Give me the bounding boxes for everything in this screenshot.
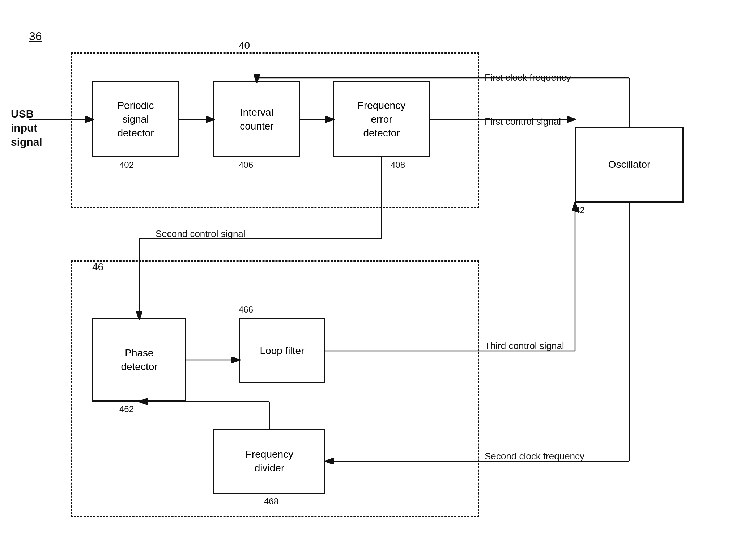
- phase-detector-block: Phasedetector: [92, 318, 186, 402]
- interval-counter-block: Intervalcounter: [213, 81, 300, 157]
- usb-input-label: USBinputsignal: [11, 107, 42, 149]
- interval-counter-label: Intervalcounter: [240, 106, 273, 133]
- top-box-id: 40: [239, 39, 250, 52]
- fig-number: 36: [29, 29, 42, 44]
- loop-filter-label: Loop filter: [260, 344, 305, 358]
- frequency-divider-label: Frequencydivider: [246, 447, 293, 475]
- oscillator-label: Oscillator: [608, 158, 651, 171]
- interval-counter-id: 406: [239, 159, 253, 170]
- bottom-box-id: 46: [92, 260, 103, 273]
- periodic-signal-detector-id: 402: [119, 159, 134, 170]
- loop-filter-block: Loop filter: [239, 318, 325, 383]
- phase-detector-label: Phasedetector: [121, 346, 157, 374]
- phase-detector-id: 462: [119, 403, 134, 415]
- frequency-error-detector-id: 408: [391, 159, 405, 170]
- first-clock-frequency-label: First clock frequency: [485, 72, 571, 84]
- frequency-divider-id: 468: [264, 496, 278, 507]
- second-control-signal-label: Second control signal: [156, 228, 246, 240]
- third-control-signal-label: Third control signal: [485, 340, 564, 352]
- periodic-signal-detector-block: Periodicsignaldetector: [92, 81, 179, 157]
- first-control-signal-label: First control signal: [485, 116, 561, 128]
- frequency-divider-block: Frequencydivider: [213, 429, 325, 494]
- frequency-error-detector-block: Frequencyerrordetector: [333, 81, 430, 157]
- second-clock-frequency-label: Second clock frequency: [485, 450, 584, 463]
- oscillator-id: 42: [575, 204, 585, 216]
- periodic-signal-detector-label: Periodicsignaldetector: [117, 99, 154, 140]
- loop-filter-id: 466: [239, 304, 253, 315]
- oscillator-block: Oscillator: [575, 127, 684, 203]
- frequency-error-detector-label: Frequencyerrordetector: [358, 99, 405, 140]
